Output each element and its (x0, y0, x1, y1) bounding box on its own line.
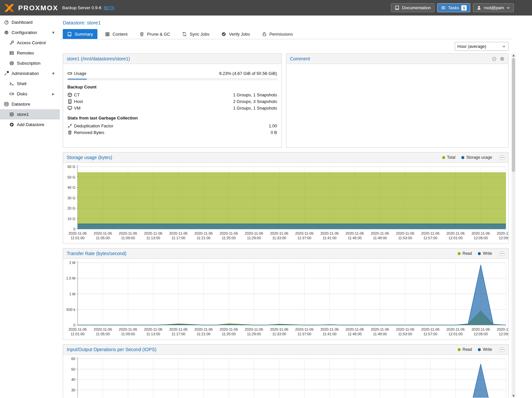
svg-text:2020-11-06: 2020-11-06 (119, 231, 137, 235)
svg-text:2020-11-06: 2020-11-06 (320, 231, 338, 235)
svg-text:2020-11-06: 2020-11-06 (270, 327, 288, 331)
scroll-down-button[interactable]: ▼ (512, 394, 515, 398)
sidebar-item-label: Datastore (12, 102, 30, 107)
svg-text:2020-11-06: 2020-11-06 (371, 327, 389, 331)
scrollbar-thumb[interactable] (512, 58, 515, 172)
sidebar-item-configuration[interactable]: Configuration ▼ (0, 27, 60, 38)
svg-text:2020-11-06: 2020-11-06 (396, 327, 414, 331)
tab-prune-gc[interactable]: Prune & GC (135, 29, 174, 39)
plus-circle-icon (9, 122, 14, 127)
scroll-up-button[interactable]: ▲ (512, 53, 515, 57)
tab-content[interactable]: Content (101, 29, 132, 39)
sidebar-item-label: Administration (12, 71, 39, 76)
expand-arrow-icon[interactable]: ▶ (52, 92, 54, 96)
sidebar-item-dashboard[interactable]: Dashboard (0, 17, 60, 27)
timeframe-select[interactable]: Hour (average) (455, 42, 509, 51)
svg-text:12:01:00: 12:01:00 (448, 332, 463, 336)
scroll-region: store1 (/mnt/datastores/store1) Usage 9.… (60, 53, 512, 398)
user-menu-button[interactable]: root@pam (473, 3, 514, 12)
sidebar-item-administration[interactable]: Administration ▼ (0, 68, 60, 79)
book-icon (395, 5, 400, 10)
disk-icon (67, 71, 74, 76)
dashboard-icon (4, 20, 9, 25)
collapse-panel-icon[interactable] (500, 251, 505, 256)
toolbar: Hour (average) (60, 39, 512, 53)
svg-text:11:53:00: 11:53:00 (398, 332, 412, 336)
tab-summary[interactable]: Summary (63, 29, 97, 39)
svg-text:11:21:00: 11:21:00 (196, 236, 210, 240)
collapse-panel-icon[interactable] (500, 347, 505, 352)
svg-text:2020-11-06: 2020-11-06 (169, 327, 187, 331)
legend-item-read[interactable]: Read (458, 347, 472, 352)
comment-tools (492, 56, 505, 61)
legend-item-total[interactable]: Total (442, 155, 455, 160)
svg-text:2020-11-06: 2020-11-06 (345, 231, 364, 235)
sidebar-item-shell[interactable]: Shell (0, 79, 60, 89)
svg-text:2020-11-06: 2020-11-06 (421, 231, 439, 235)
svg-text:12:01:00: 12:01:00 (448, 236, 463, 240)
chart-legend: ReadWrite (458, 251, 492, 256)
collapse-panel-icon[interactable] (500, 155, 505, 160)
host-label: Host (74, 99, 83, 104)
collapse-arrow-icon[interactable]: ▼ (52, 31, 54, 34)
svg-text:11:05:00: 11:05:00 (96, 332, 110, 336)
svg-text:12:05:00: 12:05:00 (474, 236, 488, 240)
chart-legend: ReadWrite (458, 347, 492, 352)
panel-header: Comment (286, 54, 508, 64)
sidebar-item-remotes[interactable]: Remotes (0, 48, 60, 58)
svg-text:2020-11-06: 2020-11-06 (68, 327, 87, 331)
key-icon (9, 40, 14, 45)
scrollbar-track[interactable] (512, 57, 515, 394)
storage-usage-chart: 010 G20 G30 G40 G50 G60 G2020-11-0611:01… (63, 163, 508, 244)
panel-title: Transfer Rate (bytes/second) (67, 251, 126, 256)
proxmox-logo-icon (3, 3, 15, 13)
svg-text:11:53:00: 11:53:00 (398, 236, 412, 240)
sidebar-item-label: Remotes (17, 50, 34, 55)
svg-text:11:01:00: 11:01:00 (71, 236, 85, 240)
comment-body[interactable] (286, 64, 508, 147)
removed-bytes-value: 0 B (270, 130, 277, 135)
sidebar-item-datastore[interactable]: Datastore (0, 99, 60, 109)
documentation-button[interactable]: Documentation (391, 3, 434, 12)
tab-sync-jobs[interactable]: Sync Jobs (178, 29, 214, 39)
tasks-list-icon (441, 5, 446, 10)
edit-icon[interactable] (492, 56, 497, 61)
collapse-arrow-icon[interactable]: ▼ (52, 72, 54, 75)
legend-item-storage-usage[interactable]: Storage usage (461, 155, 492, 160)
dedup-row: Deduplication Factor 1.00 (67, 122, 277, 129)
sidebar-item-store1[interactable]: store1 (0, 109, 60, 119)
panel-header: store1 (/mnt/datastores/store1) (63, 54, 281, 64)
legend-dot-icon (458, 252, 461, 255)
usage-label: Usage (74, 71, 87, 76)
sidebar-item-access-control[interactable]: Access Control (0, 38, 60, 48)
svg-text:2020-11-06: 2020-11-06 (270, 231, 288, 235)
sidebar-item-label: Dashboard (12, 20, 33, 25)
svg-text:11:09:00: 11:09:00 (121, 332, 135, 336)
sidebar-item-subscription[interactable]: Subscription (0, 58, 60, 68)
chevron-down-icon (506, 6, 510, 10)
beta-link[interactable]: BETA (104, 5, 115, 10)
backup-count-heading: Backup Count (67, 84, 277, 89)
scroll-up-icon: ▲ (513, 54, 514, 57)
gear-icon[interactable] (500, 56, 505, 61)
vertical-scrollbar[interactable]: ▲ ▼ (512, 53, 515, 398)
tasks-button[interactable]: Tasks 1 (437, 3, 470, 12)
legend-dot-icon (458, 348, 461, 351)
legend-item-read[interactable]: Read (458, 251, 472, 256)
legend-item-write[interactable]: Write (478, 347, 492, 352)
book-icon (67, 32, 72, 37)
svg-text:2020-11-06: 2020-11-06 (119, 327, 137, 331)
svg-text:30 G: 30 G (67, 196, 75, 200)
sidebar-item-add-datastore[interactable]: Add Datastore (0, 119, 60, 130)
svg-text:2020-11-06: 2020-11-06 (295, 231, 313, 235)
tab-verify-jobs[interactable]: Verify Jobs (217, 29, 254, 39)
tab-permissions[interactable]: Permissions (258, 29, 297, 39)
svg-text:2020-11-06: 2020-11-06 (220, 231, 238, 235)
tab-label: Verify Jobs (229, 32, 250, 37)
sidebar-item-disks[interactable]: Disks ▶ (0, 89, 60, 99)
svg-text:2020-11-06: 2020-11-06 (320, 327, 338, 331)
scroll-down-icon: ▼ (513, 394, 514, 397)
svg-text:11:13:00: 11:13:00 (146, 332, 160, 336)
legend-item-write[interactable]: Write (478, 251, 492, 256)
wrench-icon (4, 71, 9, 76)
